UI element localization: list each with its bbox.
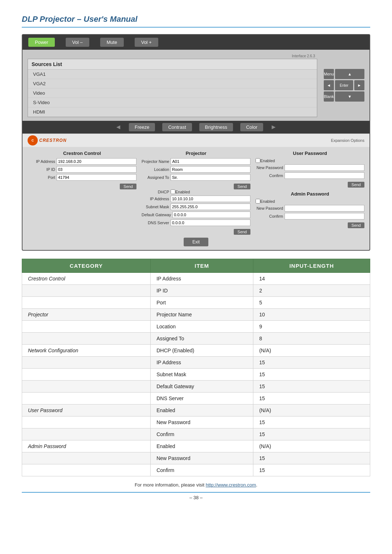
- user-newpass-label: New Password: [256, 165, 285, 170]
- main-panel: Interface 2.6.3 Sources List VGA1 VGA2 V…: [23, 50, 369, 121]
- footer-link[interactable]: http://www.crestron.com: [206, 482, 256, 488]
- user-password-title: User Password: [256, 151, 364, 156]
- brightness-button[interactable]: Brightness: [199, 123, 233, 131]
- crestron-ip-row: IP Address: [28, 158, 136, 165]
- projector-assigned-row: Assigned To: [142, 174, 250, 181]
- projector-name-row: Projector Name: [142, 158, 250, 165]
- input-length-cell: (N/A): [253, 345, 370, 357]
- crestron-port-input[interactable]: [57, 174, 136, 181]
- projector-send-button[interactable]: Send: [234, 184, 250, 189]
- table-row: ProjectorProjector Name10: [22, 309, 370, 321]
- category-cell: Admin Password: [22, 440, 151, 452]
- table-row: IP Address15: [22, 357, 370, 369]
- page-title: DLP Projector – User's Manual: [22, 15, 370, 24]
- net-ip-label: IP Address: [142, 197, 171, 201]
- nav-menu-button[interactable]: Menu: [324, 69, 334, 79]
- admin-newpass-row: New Password: [256, 205, 364, 212]
- gateway-label: Default Gateway: [142, 213, 172, 217]
- admin-confirm-input[interactable]: [285, 213, 364, 219]
- source-hdmi[interactable]: HDMI: [28, 107, 317, 117]
- admin-password-send-button[interactable]: Send: [348, 222, 364, 228]
- nav-left-button[interactable]: ◄: [324, 80, 334, 90]
- item-cell: Enabled: [151, 405, 253, 416]
- category-cell: [22, 369, 151, 381]
- source-video[interactable]: Video: [28, 89, 317, 98]
- crestron-ipid-input[interactable]: [57, 166, 136, 173]
- subnet-input[interactable]: [171, 204, 250, 210]
- table-row: IP ID2: [22, 285, 370, 297]
- config-columns: Crestron Control IP Address IP ID Port: [28, 151, 364, 235]
- crestron-send-button[interactable]: Send: [120, 184, 136, 189]
- user-confirm-input[interactable]: [285, 172, 364, 179]
- crestron-ipid-row: IP ID: [28, 166, 136, 173]
- item-cell: Confirm: [151, 428, 253, 440]
- user-enabled-checkbox[interactable]: [256, 158, 260, 163]
- nav-down-button[interactable]: ▼: [335, 91, 364, 102]
- source-svideo[interactable]: S-Video: [28, 98, 317, 107]
- input-length-table: Category Item Input-Length Crestron Cont…: [22, 259, 370, 476]
- crestron-ip-input[interactable]: [57, 158, 136, 165]
- input-length-cell: 10: [253, 309, 370, 321]
- footer-divider: [22, 492, 370, 493]
- table-row: Assigned To8: [22, 333, 370, 345]
- crestron-port-row: Port: [28, 174, 136, 181]
- mute-button[interactable]: Mute: [100, 38, 124, 47]
- contrast-button[interactable]: Contrast: [162, 123, 192, 131]
- item-cell: Location: [151, 321, 253, 333]
- freeze-button[interactable]: Freeze: [129, 123, 155, 131]
- category-cell: [22, 357, 151, 369]
- dhcp-checkbox[interactable]: [171, 189, 175, 194]
- item-cell: Port: [151, 297, 253, 309]
- admin-enabled-label: Enabled: [260, 199, 275, 204]
- item-cell: IP Address: [151, 357, 253, 369]
- table-row: Port5: [22, 297, 370, 309]
- input-length-cell: 9: [253, 321, 370, 333]
- input-length-cell: 15: [253, 381, 370, 393]
- admin-confirm-row: Confirm: [256, 213, 364, 219]
- projector-location-input[interactable]: [171, 166, 250, 173]
- vol-up-button[interactable]: Vol +: [135, 38, 158, 47]
- color-button[interactable]: Color: [240, 123, 263, 131]
- category-cell: Crestron Control: [22, 273, 151, 285]
- network-send-button[interactable]: Send: [234, 229, 250, 235]
- input-length-cell: 8: [253, 333, 370, 345]
- dns-input[interactable]: [171, 219, 250, 226]
- user-confirm-row: Confirm: [256, 172, 364, 179]
- net-ip-row: IP Address: [142, 196, 250, 202]
- item-cell: Enabled: [151, 440, 253, 452]
- projector-name-input[interactable]: [171, 158, 250, 165]
- user-password-send-button[interactable]: Send: [348, 182, 364, 188]
- item-cell: Subnet Mask: [151, 369, 253, 381]
- user-confirm-label: Confirm: [256, 173, 285, 178]
- table-section: Category Item Input-Length Crestron Cont…: [22, 259, 370, 476]
- table-row: Crestron ControlIP Address14: [22, 273, 370, 285]
- nav-blank-button[interactable]: Blank: [324, 91, 334, 102]
- left-triangle-icon: ◄: [115, 123, 122, 131]
- admin-newpass-input[interactable]: [285, 205, 364, 212]
- net-ip-input[interactable]: [171, 196, 250, 202]
- user-newpass-input[interactable]: [285, 164, 364, 171]
- source-vga2[interactable]: VGA2: [28, 79, 317, 89]
- category-cell: Network Configuration: [22, 345, 151, 357]
- projector-assigned-input[interactable]: [171, 174, 250, 181]
- nav-up-button[interactable]: ▲: [335, 69, 364, 79]
- gateway-input[interactable]: [172, 212, 250, 218]
- nav-buttons: Menu ▲ ◄ Enter ► Blank ▼: [324, 69, 364, 102]
- projector-location-row: Location: [142, 166, 250, 173]
- input-length-header: Input-Length: [253, 259, 370, 273]
- ip-address-label: IP Address: [28, 159, 57, 164]
- table-row: Admin PasswordEnabled(N/A): [22, 440, 370, 452]
- exit-button[interactable]: Exit: [184, 238, 208, 246]
- admin-enabled-checkbox[interactable]: [256, 199, 260, 204]
- nav-enter-button[interactable]: Enter: [335, 80, 353, 90]
- crestron-bar: C CRESTRON Expansion Options: [23, 134, 369, 147]
- category-cell: [22, 381, 151, 393]
- dhcp-label: DHCP: [142, 190, 171, 194]
- item-cell: IP Address: [151, 273, 253, 285]
- input-length-cell: 2: [253, 285, 370, 297]
- nav-right-button[interactable]: ►: [354, 80, 364, 90]
- vol-down-button[interactable]: Vol –: [66, 38, 89, 47]
- power-button[interactable]: Power: [28, 38, 55, 47]
- source-vga1[interactable]: VGA1: [28, 70, 317, 79]
- input-length-cell: 15: [253, 393, 370, 405]
